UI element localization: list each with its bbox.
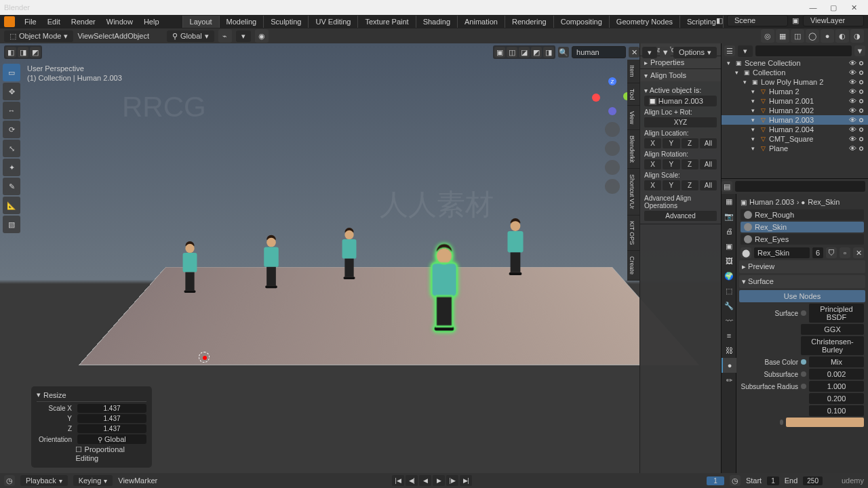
outliner-human-2-003[interactable]: ▾▽Human 2.003👁⭘ xyxy=(722,115,868,125)
align-all[interactable]: All xyxy=(700,138,717,148)
ntab-view[interactable]: View xyxy=(627,106,639,130)
align-x[interactable]: X xyxy=(644,159,661,169)
workspace-compositing[interactable]: Compositing xyxy=(554,16,610,28)
search-clear-icon[interactable]: ✕ xyxy=(629,47,639,58)
base-color-field[interactable]: Mix xyxy=(809,357,864,367)
props-tab-1[interactable]: 📷 xyxy=(722,209,736,224)
transform-tool[interactable]: ✦ xyxy=(3,159,20,176)
surface-section[interactable]: ▾ Surface xyxy=(739,275,865,288)
scale-z-field[interactable]: 1.437 xyxy=(77,424,146,433)
cursor-tool[interactable]: ✥ xyxy=(3,83,20,100)
end-frame[interactable]: 250 xyxy=(803,476,823,485)
workspace-layout[interactable]: Layout xyxy=(183,16,220,28)
outliner-type-icon[interactable]: ☰ xyxy=(724,45,735,56)
viewlayer-field[interactable]: ViewLayer xyxy=(803,15,864,26)
keying-menu[interactable]: Keying ▾ xyxy=(73,475,113,486)
play-rev-icon[interactable]: ◀ xyxy=(419,475,431,486)
render-shade-icon[interactable]: ◑ xyxy=(850,29,864,43)
menu-edit[interactable]: Edit xyxy=(42,16,66,27)
props-tab-4[interactable]: 🖼 xyxy=(722,253,736,268)
view3d-menu-add[interactable]: Add xyxy=(115,32,128,40)
zoom-icon[interactable] xyxy=(605,122,620,137)
matprev-shade-icon[interactable]: ◐ xyxy=(835,29,849,43)
solid-shade-icon[interactable]: ● xyxy=(821,29,834,43)
surface-shader-select[interactable]: Principled BSDF xyxy=(809,304,864,323)
outliner-scene-collection[interactable]: ▾▣Scene Collection👁⭘ xyxy=(722,58,868,68)
props-tab-8[interactable]: 〰 xyxy=(722,313,736,328)
annotate-tool[interactable]: ✎ xyxy=(3,178,20,195)
advanced-button[interactable]: Advanced xyxy=(644,211,717,221)
ntab-kit-ops[interactable]: KIT OPS xyxy=(627,216,639,251)
ntab-tool[interactable]: Tool xyxy=(627,83,639,106)
orientation-select[interactable]: ⚲Global▾ xyxy=(167,30,214,42)
align-all[interactable]: All xyxy=(700,159,717,169)
gizmo-vis-icon[interactable]: ◎ xyxy=(761,29,774,43)
ntab-create[interactable]: Create xyxy=(627,251,639,281)
timeline-type-icon[interactable]: ◷ xyxy=(4,475,15,486)
scale-y-field[interactable]: 1.437 xyxy=(77,414,146,423)
resize-header[interactable]: ▾ Resize xyxy=(37,390,146,402)
pan-icon[interactable] xyxy=(605,141,620,156)
use-nodes-button[interactable]: Use Nodes xyxy=(739,290,865,302)
sss-method-select[interactable]: Christensen-Burley xyxy=(801,336,864,355)
align-x[interactable]: X xyxy=(644,138,661,148)
add-tool[interactable]: ▧ xyxy=(3,216,20,233)
mat-new-icon[interactable]: ▫ xyxy=(840,247,850,258)
props-tab-10[interactable]: ⛓ xyxy=(722,343,736,358)
select-box-tool[interactable]: ▭ xyxy=(3,64,20,81)
props-type-icon[interactable]: ▤ xyxy=(722,181,732,192)
material-slot-rex_eyes[interactable]: Rex_Eyes xyxy=(741,234,864,245)
close-btn[interactable]: ✕ xyxy=(844,1,864,14)
dist-select[interactable]: GGX xyxy=(801,324,864,335)
align-all[interactable]: All xyxy=(700,180,717,190)
wireframe-shade-icon[interactable]: ◯ xyxy=(806,29,819,43)
menu-render[interactable]: Render xyxy=(66,16,101,27)
workspace-shading[interactable]: Shading xyxy=(416,16,458,28)
mode-select[interactable]: ⬚Object Mode▾ xyxy=(4,30,73,42)
sel-3-icon[interactable]: ◩ xyxy=(30,47,41,58)
outliner-filter-icon[interactable]: ▼ xyxy=(854,45,865,56)
measure-tool[interactable]: 📐 xyxy=(3,197,20,214)
outliner-human-2-004[interactable]: ▾▽Human 2.004👁⭘ xyxy=(722,125,868,134)
snap-toggle[interactable]: ⌁ xyxy=(218,29,232,43)
menu-file[interactable]: File xyxy=(19,16,42,27)
props-tab-9[interactable]: ≡ xyxy=(722,328,736,343)
funnel-icon[interactable]: ▼ xyxy=(660,47,671,58)
camera-icon[interactable] xyxy=(605,160,620,175)
workspace-animation[interactable]: Animation xyxy=(458,16,505,28)
selectability-icons[interactable]: ◧ ◨ ◩ xyxy=(4,45,42,59)
outliner-low-poly-human-2[interactable]: ▾▣Low Poly Human 2👁⭘ xyxy=(722,77,868,87)
align-tools-section[interactable]: ▾ Align Tools xyxy=(640,69,721,81)
mat-unlink-icon[interactable]: ✕ xyxy=(853,247,864,258)
outliner-collection[interactable]: ▾▣Collection👁⭘ xyxy=(722,68,868,77)
mat-fake-icon[interactable]: ⛉ xyxy=(826,247,837,258)
props-tab-3[interactable]: ▣ xyxy=(722,239,736,253)
orbit-gizmo[interactable]: Z xyxy=(592,77,633,118)
prev-key-icon[interactable]: ◀| xyxy=(406,475,418,486)
ntab-blenderkit[interactable]: Blenderkit xyxy=(627,130,639,169)
human-2-002[interactable] xyxy=(336,228,362,279)
max-btn[interactable]: ▢ xyxy=(823,1,844,14)
view3d-menu-select[interactable]: Select xyxy=(94,32,115,40)
scene-field[interactable]: Scene xyxy=(727,15,788,26)
workspace-rendering[interactable]: Rendering xyxy=(505,16,554,28)
subsurf-color-swatch[interactable] xyxy=(786,418,864,427)
align-z[interactable]: Z xyxy=(682,138,698,148)
scale-tool[interactable]: ⤡ xyxy=(3,140,20,157)
xray-icon[interactable]: ◫ xyxy=(791,29,804,43)
outliner-human-2-001[interactable]: ▾▽Human 2.001👁⭘ xyxy=(722,96,868,106)
outliner-human-2-002[interactable]: ▾▽Human 2.002👁⭘ xyxy=(722,106,868,115)
props-tab-6[interactable]: ⬚ xyxy=(722,283,736,298)
radius-0[interactable]: 1.000 xyxy=(809,381,864,392)
snap-select[interactable]: ▾ xyxy=(236,30,251,42)
props-tab-12[interactable]: ✏ xyxy=(722,373,736,388)
align-y[interactable]: Y xyxy=(663,138,679,148)
outliner-plane[interactable]: ▾▽Plane👁⭘ xyxy=(722,144,868,153)
autokey-icon[interactable]: ◷ xyxy=(730,475,741,486)
filter-d-icon[interactable]: ◩ xyxy=(531,47,542,58)
scale-x-field[interactable]: 1.437 xyxy=(77,404,146,413)
move-tool[interactable]: ↔ xyxy=(3,102,20,119)
workspace-uv-editing[interactable]: UV Editing xyxy=(309,16,358,28)
options-menu[interactable]: Options▾ xyxy=(673,47,717,58)
timeline-menu-marker[interactable]: Marker xyxy=(134,476,157,485)
